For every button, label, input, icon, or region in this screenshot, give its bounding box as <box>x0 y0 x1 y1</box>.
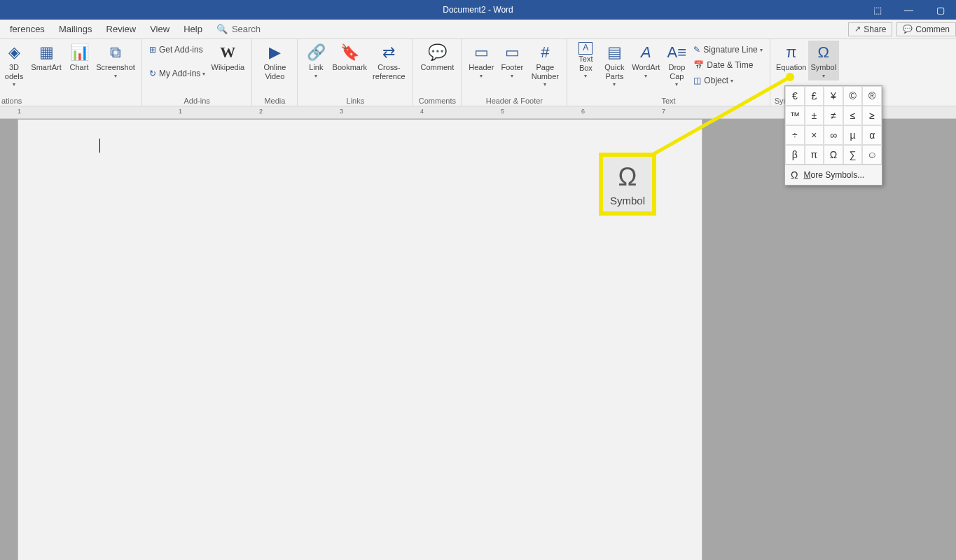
online-video-button[interactable]: ▶Online Video <box>256 41 293 82</box>
ribbon-display-options-icon[interactable]: ⬚ <box>861 0 893 20</box>
symbol-cell[interactable]: © <box>843 86 863 106</box>
3d-models-button[interactable]: ◈3D odels▾ <box>0 41 28 89</box>
chevron-down-icon: ▾ <box>613 81 616 88</box>
group-illustrations: ◈3D odels▾ ▦SmartArt 📊Chart ⧉Screenshot▾… <box>0 39 142 106</box>
object-button[interactable]: ◫Object▾ <box>691 73 765 88</box>
calendar-icon: 📅 <box>693 60 704 70</box>
chevron-down-icon: ▾ <box>314 73 317 79</box>
symbol-cell[interactable]: ± <box>805 106 824 125</box>
ruler-number: 1 <box>18 108 21 115</box>
symbol-cell[interactable]: Ω <box>824 145 843 164</box>
symbol-cell[interactable]: € <box>785 86 805 106</box>
quick-parts-button[interactable]: ▤Quick Parts▾ <box>600 41 629 89</box>
tab-view[interactable]: View <box>143 20 176 39</box>
object-icon: ◫ <box>693 76 701 85</box>
chevron-down-icon: ▾ <box>730 78 733 84</box>
symbol-cell[interactable]: π <box>805 145 824 164</box>
window-title: Document2 - Word <box>443 5 513 15</box>
chevron-down-icon: ▾ <box>202 71 205 77</box>
wikipedia-icon: W <box>220 42 235 63</box>
symbol-cell[interactable]: × <box>805 125 824 145</box>
group-label: ations <box>0 97 137 106</box>
symbol-cell[interactable]: ≠ <box>824 106 843 125</box>
omega-icon: Ω <box>818 42 829 63</box>
ruler-number: 7 <box>662 108 665 115</box>
symbol-cell[interactable]: ∑ <box>843 145 863 164</box>
signature-line-button[interactable]: ✎Signature Line▾ <box>691 42 765 57</box>
more-symbols-button[interactable]: Ω More Symbols... <box>785 164 882 185</box>
chevron-down-icon: ▾ <box>511 73 513 79</box>
get-addins-button[interactable]: ⊞Get Add-ins <box>146 42 208 57</box>
drop-cap-button[interactable]: A≡Drop Cap▾ <box>663 41 691 89</box>
search-icon: 🔍 <box>216 24 228 34</box>
link-icon: 🔗 <box>307 42 326 63</box>
footer-button[interactable]: ▭Footer▾ <box>497 41 527 89</box>
wordart-button[interactable]: AWordArt▾ <box>629 41 663 89</box>
share-label: Share <box>864 24 886 34</box>
comment-icon: 💬 <box>903 24 913 34</box>
text-box-button[interactable]: AText Box▾ <box>571 41 600 89</box>
ruler-number: 2 <box>259 108 263 115</box>
ruler-number: 4 <box>420 108 424 115</box>
group-header-footer: ▭Header▾ ▭Footer▾ #Page Number▾ Header &… <box>462 39 567 106</box>
chevron-down-icon: ▾ <box>760 47 763 53</box>
group-comments: 💬Comment Comments <box>413 39 462 106</box>
callout-symbol-highlight: Ω Symbol <box>599 153 656 216</box>
symbol-cell[interactable]: ÷ <box>785 125 805 145</box>
tab-references[interactable]: ferences <box>3 20 52 39</box>
screenshot-icon: ⧉ <box>110 42 121 63</box>
chevron-down-icon: ▾ <box>13 81 15 88</box>
share-button[interactable]: ↗Share <box>848 22 892 36</box>
symbol-dropdown: €£¥©®™±≠≤≥÷×∞µαβπΩ∑☺ Ω More Symbols... <box>784 85 882 186</box>
symbol-cell[interactable]: α <box>862 125 882 145</box>
screenshot-button[interactable]: ⧉Screenshot▾ <box>94 41 137 89</box>
cube-icon: ◈ <box>8 42 20 63</box>
chart-button[interactable]: 📊Chart <box>64 41 94 89</box>
cross-reference-button[interactable]: ⇄Cross- reference <box>369 41 408 82</box>
textbox-icon: A <box>579 42 593 55</box>
link-button[interactable]: 🔗Link▾ <box>302 41 330 82</box>
page-number-icon: # <box>541 42 549 63</box>
search-box[interactable]: 🔍 Search <box>216 24 261 34</box>
my-addins-button[interactable]: ↻My Add-ins▾ <box>146 66 208 81</box>
omega-icon: Ω <box>791 169 798 181</box>
header-button[interactable]: ▭Header▾ <box>466 41 497 89</box>
symbol-cell[interactable]: ≥ <box>862 106 882 125</box>
comments-button[interactable]: 💬Commen <box>896 22 956 36</box>
group-links: 🔗Link▾ 🔖Bookmark ⇄Cross- reference Links <box>298 39 413 106</box>
signature-icon: ✎ <box>693 45 700 55</box>
symbol-cell[interactable]: £ <box>805 86 824 106</box>
minimize-button[interactable]: — <box>893 0 924 20</box>
wikipedia-button[interactable]: WWikipedia <box>208 41 247 81</box>
symbol-cell[interactable]: ≤ <box>843 106 863 125</box>
symbol-cell[interactable]: ® <box>862 86 882 106</box>
symbol-cell[interactable]: β <box>785 145 805 164</box>
symbol-cell[interactable]: ☺ <box>862 145 882 164</box>
comment-button[interactable]: 💬Comment <box>417 41 457 74</box>
group-media: ▶Online Video Media <box>252 39 298 106</box>
group-label: Comments <box>417 97 457 106</box>
footer-icon: ▭ <box>505 42 520 63</box>
symbol-cell[interactable]: ™ <box>785 106 805 125</box>
tab-mailings[interactable]: Mailings <box>52 20 99 39</box>
chevron-down-icon: ▾ <box>480 73 483 79</box>
symbol-cell[interactable]: ¥ <box>824 86 843 106</box>
page-number-button[interactable]: #Page Number▾ <box>527 41 562 89</box>
ruler-number: 3 <box>340 108 343 115</box>
date-time-button[interactable]: 📅Date & Time <box>691 57 765 73</box>
tab-review[interactable]: Review <box>99 20 144 39</box>
symbol-cell[interactable]: µ <box>843 125 863 145</box>
restore-button[interactable]: ▢ <box>924 0 956 20</box>
addins-icon: ↻ <box>149 69 156 78</box>
tab-help[interactable]: Help <box>176 20 209 39</box>
smartart-button[interactable]: ▦SmartArt <box>28 41 64 89</box>
callout-label: Symbol <box>610 195 645 206</box>
chevron-down-icon: ▾ <box>543 81 546 88</box>
symbol-button[interactable]: ΩSymbol▾ <box>808 41 839 80</box>
symbol-cell[interactable]: ∞ <box>824 125 843 145</box>
bookmark-button[interactable]: 🔖Bookmark <box>330 41 369 82</box>
search-placeholder: Search <box>232 24 261 34</box>
quickparts-icon: ▤ <box>607 42 622 63</box>
video-icon: ▶ <box>269 42 281 63</box>
title-bar: Document2 - Word ⬚ — ▢ <box>0 0 956 20</box>
